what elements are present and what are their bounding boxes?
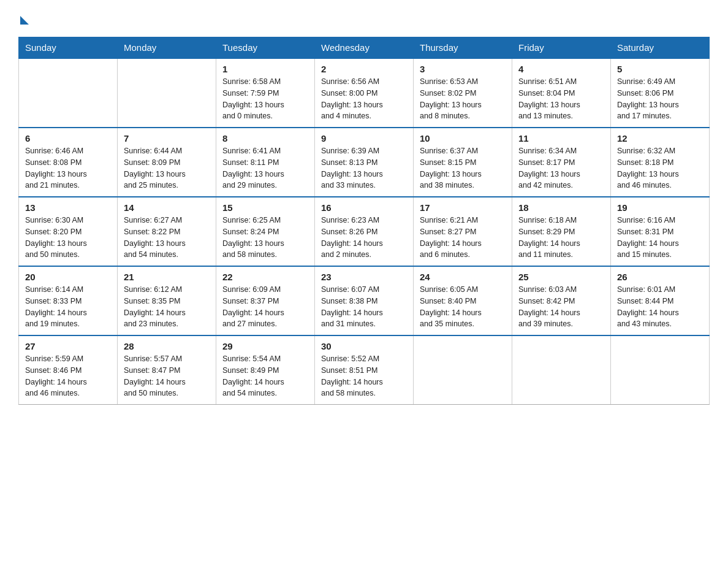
day-number: 21 xyxy=(124,272,210,282)
calendar-week-row: 13Sunrise: 6:30 AM Sunset: 8:20 PM Dayli… xyxy=(19,197,710,266)
calendar-day-cell: 4Sunrise: 6:51 AM Sunset: 8:04 PM Daylig… xyxy=(512,58,611,128)
day-number: 25 xyxy=(518,272,604,282)
calendar-day-cell: 14Sunrise: 6:27 AM Sunset: 8:22 PM Dayli… xyxy=(118,197,216,266)
calendar-day-cell: 11Sunrise: 6:34 AM Sunset: 8:17 PM Dayli… xyxy=(512,128,611,197)
calendar-day-cell: 20Sunrise: 6:14 AM Sunset: 8:33 PM Dayli… xyxy=(19,266,118,335)
day-info: Sunrise: 6:56 AM Sunset: 8:00 PM Dayligh… xyxy=(321,76,407,122)
calendar-day-cell xyxy=(19,58,118,128)
day-info: Sunrise: 6:41 AM Sunset: 8:11 PM Dayligh… xyxy=(222,145,308,191)
day-number: 17 xyxy=(420,202,506,213)
calendar-week-row: 20Sunrise: 6:14 AM Sunset: 8:33 PM Dayli… xyxy=(19,266,710,335)
day-number: 24 xyxy=(420,272,506,282)
logo xyxy=(18,12,29,25)
day-info: Sunrise: 6:49 AM Sunset: 8:06 PM Dayligh… xyxy=(617,76,703,122)
calendar-header-row: SundayMondayTuesdayWednesdayThursdayFrid… xyxy=(19,37,710,59)
calendar-day-header: Tuesday xyxy=(216,37,315,59)
day-info: Sunrise: 6:12 AM Sunset: 8:35 PM Dayligh… xyxy=(124,284,210,330)
page-header xyxy=(18,12,710,25)
day-info: Sunrise: 6:27 AM Sunset: 8:22 PM Dayligh… xyxy=(124,215,210,261)
day-number: 14 xyxy=(124,202,210,213)
calendar-week-row: 1Sunrise: 6:58 AM Sunset: 7:59 PM Daylig… xyxy=(19,58,710,128)
calendar-day-cell: 17Sunrise: 6:21 AM Sunset: 8:27 PM Dayli… xyxy=(414,197,512,266)
day-number: 23 xyxy=(321,272,407,282)
day-info: Sunrise: 6:01 AM Sunset: 8:44 PM Dayligh… xyxy=(617,284,703,330)
day-number: 5 xyxy=(617,64,703,74)
day-info: Sunrise: 6:51 AM Sunset: 8:04 PM Dayligh… xyxy=(518,76,604,122)
day-number: 12 xyxy=(617,133,703,144)
day-number: 13 xyxy=(25,202,111,213)
day-number: 6 xyxy=(25,133,111,144)
calendar-day-cell: 21Sunrise: 6:12 AM Sunset: 8:35 PM Dayli… xyxy=(118,266,216,335)
day-number: 29 xyxy=(222,341,308,351)
day-info: Sunrise: 6:09 AM Sunset: 8:37 PM Dayligh… xyxy=(222,284,308,330)
calendar-day-cell xyxy=(118,58,216,128)
calendar-day-header: Sunday xyxy=(19,37,118,59)
calendar-day-header: Monday xyxy=(118,37,216,59)
day-number: 3 xyxy=(420,64,506,74)
day-info: Sunrise: 6:23 AM Sunset: 8:26 PM Dayligh… xyxy=(321,215,407,261)
calendar-day-cell: 18Sunrise: 6:18 AM Sunset: 8:29 PM Dayli… xyxy=(512,197,611,266)
calendar-day-cell: 8Sunrise: 6:41 AM Sunset: 8:11 PM Daylig… xyxy=(216,128,315,197)
calendar-day-cell: 5Sunrise: 6:49 AM Sunset: 8:06 PM Daylig… xyxy=(611,58,710,128)
day-number: 8 xyxy=(222,133,308,144)
day-info: Sunrise: 6:44 AM Sunset: 8:09 PM Dayligh… xyxy=(124,145,210,191)
day-info: Sunrise: 6:58 AM Sunset: 7:59 PM Dayligh… xyxy=(222,76,308,122)
day-number: 26 xyxy=(617,272,703,282)
calendar-day-cell: 30Sunrise: 5:52 AM Sunset: 8:51 PM Dayli… xyxy=(315,335,414,405)
day-number: 9 xyxy=(321,133,407,144)
day-number: 11 xyxy=(518,133,604,144)
calendar-day-cell xyxy=(414,335,512,405)
day-info: Sunrise: 5:54 AM Sunset: 8:49 PM Dayligh… xyxy=(222,353,308,399)
day-info: Sunrise: 6:18 AM Sunset: 8:29 PM Dayligh… xyxy=(518,215,604,261)
calendar-day-header: Wednesday xyxy=(315,37,414,59)
calendar-day-header: Thursday xyxy=(414,37,512,59)
day-info: Sunrise: 5:57 AM Sunset: 8:47 PM Dayligh… xyxy=(124,353,210,399)
calendar-day-cell: 29Sunrise: 5:54 AM Sunset: 8:49 PM Dayli… xyxy=(216,335,315,405)
day-info: Sunrise: 6:46 AM Sunset: 8:08 PM Dayligh… xyxy=(25,145,111,191)
day-info: Sunrise: 6:07 AM Sunset: 8:38 PM Dayligh… xyxy=(321,284,407,330)
day-number: 16 xyxy=(321,202,407,213)
day-info: Sunrise: 5:59 AM Sunset: 8:46 PM Dayligh… xyxy=(25,353,111,399)
calendar-day-cell: 2Sunrise: 6:56 AM Sunset: 8:00 PM Daylig… xyxy=(315,58,414,128)
day-number: 18 xyxy=(518,202,604,213)
day-info: Sunrise: 6:03 AM Sunset: 8:42 PM Dayligh… xyxy=(518,284,604,330)
calendar-day-cell: 28Sunrise: 5:57 AM Sunset: 8:47 PM Dayli… xyxy=(118,335,216,405)
day-number: 28 xyxy=(124,341,210,351)
calendar-day-cell: 22Sunrise: 6:09 AM Sunset: 8:37 PM Dayli… xyxy=(216,266,315,335)
calendar-day-cell: 13Sunrise: 6:30 AM Sunset: 8:20 PM Dayli… xyxy=(19,197,118,266)
calendar-day-cell: 23Sunrise: 6:07 AM Sunset: 8:38 PM Dayli… xyxy=(315,266,414,335)
calendar-day-cell: 19Sunrise: 6:16 AM Sunset: 8:31 PM Dayli… xyxy=(611,197,710,266)
calendar-day-cell xyxy=(512,335,611,405)
calendar-day-cell: 1Sunrise: 6:58 AM Sunset: 7:59 PM Daylig… xyxy=(216,58,315,128)
day-info: Sunrise: 6:34 AM Sunset: 8:17 PM Dayligh… xyxy=(518,145,604,191)
calendar-day-header: Friday xyxy=(512,37,611,59)
day-info: Sunrise: 6:30 AM Sunset: 8:20 PM Dayligh… xyxy=(25,215,111,261)
day-number: 22 xyxy=(222,272,308,282)
calendar-day-cell: 16Sunrise: 6:23 AM Sunset: 8:26 PM Dayli… xyxy=(315,197,414,266)
day-number: 19 xyxy=(617,202,703,213)
calendar-day-cell: 24Sunrise: 6:05 AM Sunset: 8:40 PM Dayli… xyxy=(414,266,512,335)
calendar-day-cell: 12Sunrise: 6:32 AM Sunset: 8:18 PM Dayli… xyxy=(611,128,710,197)
calendar-day-cell: 15Sunrise: 6:25 AM Sunset: 8:24 PM Dayli… xyxy=(216,197,315,266)
day-number: 27 xyxy=(25,341,111,351)
calendar-day-header: Saturday xyxy=(611,37,710,59)
day-info: Sunrise: 6:16 AM Sunset: 8:31 PM Dayligh… xyxy=(617,215,703,261)
day-info: Sunrise: 6:53 AM Sunset: 8:02 PM Dayligh… xyxy=(420,76,506,122)
calendar-week-row: 27Sunrise: 5:59 AM Sunset: 8:46 PM Dayli… xyxy=(19,335,710,405)
day-number: 20 xyxy=(25,272,111,282)
calendar-day-cell: 27Sunrise: 5:59 AM Sunset: 8:46 PM Dayli… xyxy=(19,335,118,405)
calendar-day-cell: 9Sunrise: 6:39 AM Sunset: 8:13 PM Daylig… xyxy=(315,128,414,197)
calendar-day-cell: 3Sunrise: 6:53 AM Sunset: 8:02 PM Daylig… xyxy=(414,58,512,128)
day-info: Sunrise: 6:14 AM Sunset: 8:33 PM Dayligh… xyxy=(25,284,111,330)
calendar-day-cell xyxy=(611,335,710,405)
day-number: 7 xyxy=(124,133,210,144)
day-info: Sunrise: 6:21 AM Sunset: 8:27 PM Dayligh… xyxy=(420,215,506,261)
day-number: 1 xyxy=(222,64,308,74)
calendar-day-cell: 6Sunrise: 6:46 AM Sunset: 8:08 PM Daylig… xyxy=(19,128,118,197)
calendar-day-cell: 7Sunrise: 6:44 AM Sunset: 8:09 PM Daylig… xyxy=(118,128,216,197)
calendar-day-cell: 25Sunrise: 6:03 AM Sunset: 8:42 PM Dayli… xyxy=(512,266,611,335)
day-number: 10 xyxy=(420,133,506,144)
day-info: Sunrise: 6:25 AM Sunset: 8:24 PM Dayligh… xyxy=(222,215,308,261)
calendar-day-cell: 26Sunrise: 6:01 AM Sunset: 8:44 PM Dayli… xyxy=(611,266,710,335)
calendar-day-cell: 10Sunrise: 6:37 AM Sunset: 8:15 PM Dayli… xyxy=(414,128,512,197)
